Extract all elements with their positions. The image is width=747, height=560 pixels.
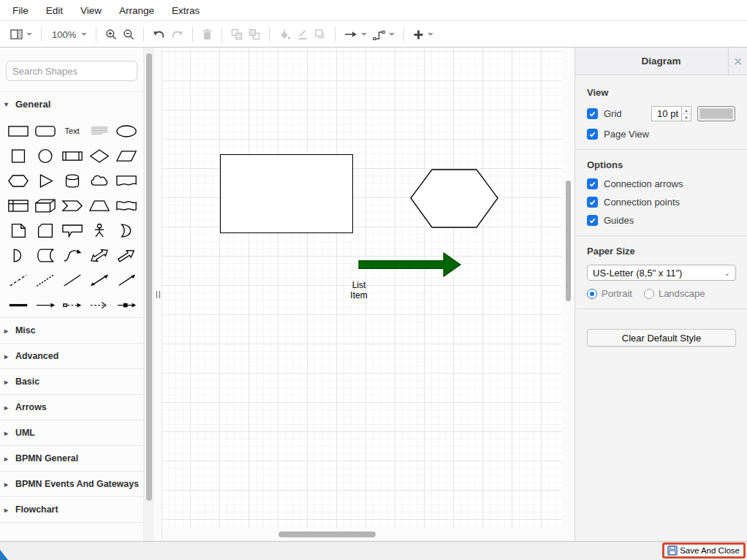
panel-divider	[575, 235, 747, 236]
section-label: Flowchart	[15, 504, 58, 515]
guides-checkbox[interactable]	[587, 215, 598, 226]
grid-size-input[interactable]	[651, 106, 682, 121]
sidebar-scrollbar-thumb[interactable]	[146, 53, 152, 501]
sidebar-section-bpmn-events-and-gateways[interactable]: ▸BPMN Events And Gateways	[0, 472, 143, 497]
shape-curve[interactable]	[58, 243, 86, 268]
stepper-down-icon[interactable]: ▼	[682, 114, 691, 121]
sidebar-splitter[interactable]	[154, 48, 162, 541]
clear-default-style-button[interactable]: Clear Default Style	[587, 329, 736, 347]
connection-arrows-checkbox[interactable]	[587, 178, 598, 189]
shape-trapezoid[interactable]	[86, 193, 113, 218]
shape-circle[interactable]	[31, 143, 58, 168]
format-panel-button[interactable]	[7, 27, 35, 42]
shape-bidirectional-connector[interactable]	[86, 268, 113, 292]
save-and-close-button[interactable]: Save And Close	[662, 542, 746, 559]
shadow-button[interactable]	[311, 26, 329, 42]
toolbar-separator	[403, 27, 404, 42]
sidebar-section-arrows[interactable]: ▸Arrows	[0, 395, 143, 420]
redo-button[interactable]	[168, 27, 186, 42]
sidebar-section-misc[interactable]: ▸Misc	[0, 318, 143, 344]
sidebar-section-basic[interactable]: ▸Basic	[0, 369, 143, 395]
shape-link[interactable]	[4, 292, 31, 317]
shape-rectangle[interactable]	[4, 118, 31, 143]
grid-size-stepper[interactable]: ▲ ▼	[682, 106, 691, 121]
shape-and[interactable]	[4, 243, 31, 268]
shape-dashed-line[interactable]	[4, 268, 31, 292]
shape-actor[interactable]	[86, 218, 113, 243]
shape-internal-storage[interactable]	[4, 193, 31, 218]
grid-color-swatch[interactable]	[697, 106, 735, 121]
menu-view[interactable]: View	[77, 4, 105, 18]
shape-thick-arrow[interactable]	[113, 243, 140, 268]
canvas-vscrollbar-thumb[interactable]	[566, 181, 571, 301]
shape-card[interactable]	[31, 218, 58, 243]
shape-diamond[interactable]	[86, 143, 113, 168]
canvas-green-arrow-shape[interactable]	[358, 251, 462, 278]
shape-textbox[interactable]	[86, 118, 113, 143]
menu-file[interactable]: File	[9, 4, 32, 18]
shape-dashed-open-edge[interactable]	[86, 292, 113, 317]
shape-rounded-rectangle[interactable]	[31, 118, 58, 143]
landscape-radio[interactable]	[644, 289, 654, 299]
fill-color-button[interactable]	[276, 27, 294, 42]
connection-points-checkbox[interactable]	[587, 197, 598, 208]
insert-button[interactable]	[410, 27, 436, 42]
line-color-button[interactable]	[294, 27, 311, 42]
shape-text[interactable]: Text	[58, 118, 86, 143]
shape-callout[interactable]	[58, 218, 86, 243]
shape-data-storage[interactable]	[31, 243, 58, 268]
shape-process[interactable]	[58, 143, 86, 168]
shape-cube[interactable]	[31, 193, 58, 218]
search-input[interactable]	[12, 66, 141, 77]
undo-button[interactable]	[150, 27, 168, 42]
zoom-in-button[interactable]	[102, 26, 120, 42]
zoom-out-button[interactable]	[120, 26, 137, 42]
sidebar-section-uml[interactable]: ▸UML	[0, 420, 143, 446]
shape-labeled-edge[interactable]	[113, 292, 140, 317]
shape-step[interactable]	[58, 193, 86, 218]
shape-hexagon[interactable]	[4, 168, 31, 193]
shape-square[interactable]	[4, 143, 31, 168]
shape-arrow-edge[interactable]	[31, 292, 58, 317]
shape-bidirectional-arrow[interactable]	[86, 243, 113, 268]
shape-ellipse[interactable]	[113, 118, 140, 143]
delete-button[interactable]	[199, 26, 216, 42]
to-back-button[interactable]	[246, 26, 263, 42]
shape-tape[interactable]	[113, 193, 140, 218]
waypoints-button[interactable]	[370, 27, 398, 42]
shape-dotted-line[interactable]	[31, 268, 58, 292]
sidebar-section-flowchart[interactable]: ▸Flowchart	[0, 497, 143, 523]
canvas-list-item-label[interactable]: List Item	[343, 281, 375, 300]
sidebar-section-general[interactable]: ▾ General	[0, 91, 143, 116]
sidebar-section-bpmn-general[interactable]: ▸BPMN General	[0, 446, 143, 472]
sidebar-section-advanced[interactable]: ▸Advanced	[0, 344, 143, 369]
canvas-hexagon-shape[interactable]	[410, 169, 498, 228]
paper-size-select[interactable]: US-Letter (8,5" x 11") ⌄	[587, 265, 736, 281]
menu-extras[interactable]: Extras	[168, 4, 203, 18]
close-icon[interactable]: ✕	[728, 48, 747, 75]
portrait-radio[interactable]	[587, 289, 597, 299]
shape-or[interactable]	[113, 218, 140, 243]
stepper-up-icon[interactable]: ▲	[682, 107, 691, 114]
shape-triangle[interactable]	[31, 168, 58, 193]
shape-parallelogram[interactable]	[113, 143, 140, 168]
menu-arrange[interactable]: Arrange	[115, 4, 158, 18]
page-view-checkbox[interactable]	[587, 129, 598, 140]
shape-cloud[interactable]	[86, 168, 113, 193]
grid-checkbox[interactable]	[587, 108, 598, 119]
zoom-level-dropdown[interactable]: 100%	[48, 27, 90, 42]
shape-note[interactable]	[4, 218, 31, 243]
menu-edit[interactable]: Edit	[42, 4, 67, 18]
diagram-panel: Diagram ✕ View Grid ▲ ▼	[575, 48, 747, 541]
shape-document[interactable]	[113, 168, 140, 193]
to-front-button[interactable]	[228, 26, 246, 42]
diagram-canvas[interactable]: List Item	[162, 48, 575, 541]
section-label: UML	[15, 428, 35, 438]
canvas-rectangle-shape[interactable]	[220, 154, 353, 233]
shape-cylinder[interactable]	[58, 168, 86, 193]
shape-line[interactable]	[58, 268, 86, 292]
shape-directional-connector[interactable]	[113, 268, 140, 292]
connection-arrow-button[interactable]	[341, 27, 370, 42]
canvas-hscrollbar-thumb[interactable]	[278, 531, 376, 537]
shape-dashed-edge-with-source[interactable]	[58, 292, 86, 317]
